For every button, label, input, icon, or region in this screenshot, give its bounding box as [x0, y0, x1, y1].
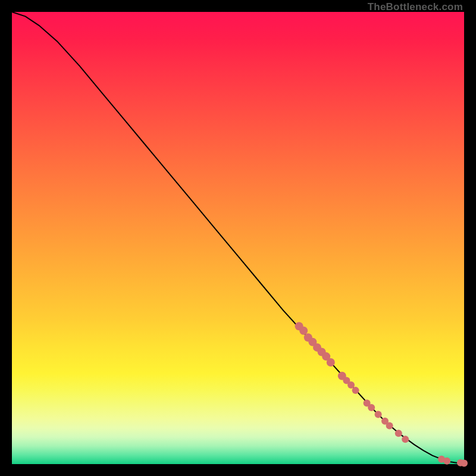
data-point [402, 436, 409, 443]
bottleneck-curve [12, 12, 464, 463]
data-point [395, 430, 402, 437]
chart-svg [12, 12, 464, 464]
data-point [327, 358, 335, 367]
plot-area [12, 12, 464, 464]
data-point [461, 459, 468, 466]
data-point [352, 387, 359, 394]
data-point [299, 327, 308, 335]
chart-stage: TheBottleneck.com [0, 0, 476, 476]
data-point [368, 404, 375, 411]
data-point [375, 411, 382, 418]
data-point [443, 458, 450, 465]
point-layer [295, 322, 468, 466]
data-point [386, 422, 393, 429]
attribution-label: TheBottleneck.com [368, 1, 463, 13]
